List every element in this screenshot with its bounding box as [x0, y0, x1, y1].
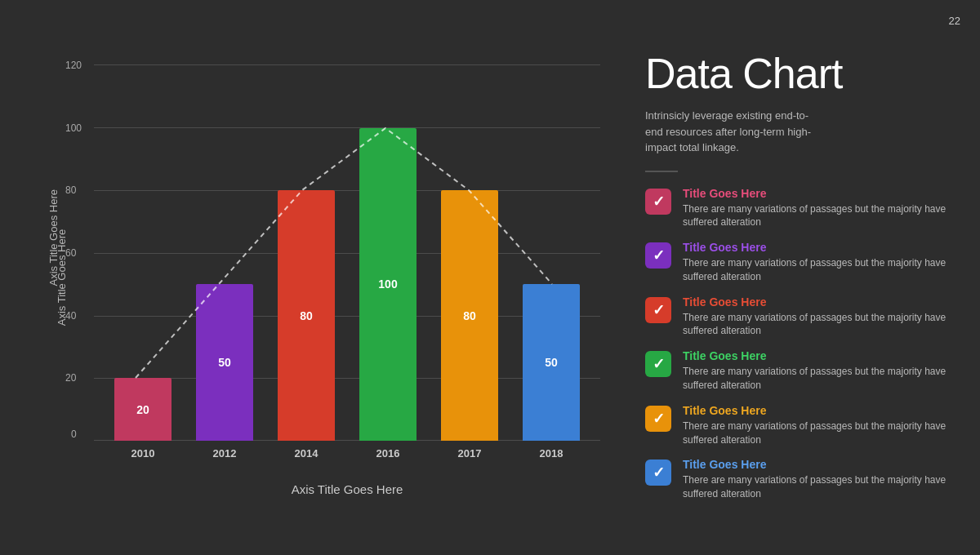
bar-2016: 100 — [359, 128, 416, 441]
legend-text-3: Title Goes Here There are many variation… — [683, 295, 956, 339]
legend-icon-2: ✓ — [645, 242, 671, 269]
legend-text-4: Title Goes Here There are many variation… — [683, 349, 956, 393]
bar-label-2016: 100 — [378, 278, 397, 291]
legend-item-1: ✓ Title Goes Here There are many variati… — [645, 187, 956, 230]
legend-title-4: Title Goes Here — [683, 349, 956, 362]
grid-label-20: 20 — [65, 372, 76, 384]
chart-canvas: 120 100 80 60 40 20 0 20 — [94, 65, 600, 441]
slide: 22 Axis Title Goes Here 120 100 80 60 40… — [0, 0, 980, 555]
subtitle: Intrinsicly leverage existing end-to-end… — [645, 108, 825, 156]
checkmark-6: ✓ — [653, 464, 665, 482]
legend-desc-1: There are many variations of passages bu… — [683, 202, 956, 230]
legend-desc-3: There are many variations of passages bu… — [683, 311, 956, 339]
legend-item-3: ✓ Title Goes Here There are many variati… — [645, 295, 956, 339]
grid-label-100: 100 — [65, 122, 82, 134]
x-label-2016: 2016 — [359, 447, 416, 460]
legend-title-1: Title Goes Here — [683, 187, 956, 200]
bar-2012: 50 — [196, 284, 253, 441]
x-label-2012: 2012 — [196, 447, 253, 460]
y-axis-title-text: Axis Title Goes Here — [47, 189, 60, 286]
y-axis-title-label: Axis Title Goes Here — [47, 286, 60, 286]
x-label-2010: 2010 — [114, 447, 172, 460]
chart-inner: 120 100 80 60 40 20 0 20 — [94, 65, 600, 473]
legend-icon-3: ✓ — [645, 297, 671, 323]
divider — [645, 171, 678, 172]
bar-label-2018: 50 — [545, 356, 558, 369]
bar-group-2012: 50 — [196, 284, 253, 441]
bar-2010: 20 — [114, 378, 172, 441]
legend-item-5: ✓ Title Goes Here There are many variati… — [645, 404, 956, 447]
bar-group-2014: 80 — [278, 190, 335, 441]
legend-icon-6: ✓ — [645, 460, 671, 486]
legend-item-2: ✓ Title Goes Here There are many variati… — [645, 241, 956, 284]
legend-desc-4: There are many variations of passages bu… — [683, 365, 956, 393]
legend-title-5: Title Goes Here — [683, 404, 956, 417]
x-label-2014: 2014 — [278, 447, 335, 460]
page-number: 22 — [949, 15, 960, 27]
right-panel: Data Chart Intrinsicly leverage existing… — [645, 49, 956, 513]
grid-label-40: 40 — [65, 310, 76, 322]
checkmark-5: ✓ — [653, 410, 665, 428]
grid-label-120: 120 — [65, 60, 82, 71]
legend-desc-6: There are many variations of passages bu… — [683, 473, 956, 501]
grid-label-80: 80 — [65, 184, 76, 196]
bar-label-2012: 50 — [218, 356, 231, 369]
chart-area: Axis Title Goes Here 120 100 80 60 40 20… — [49, 49, 612, 522]
main-title: Data Chart — [645, 49, 956, 98]
legend-text-1: Title Goes Here There are many variation… — [683, 187, 956, 230]
legend-text-6: Title Goes Here There are many variation… — [683, 458, 956, 501]
checkmark-2: ✓ — [653, 246, 665, 264]
bar-label-2017: 80 — [463, 309, 476, 322]
checkmark-3: ✓ — [653, 301, 665, 319]
legend-title-6: Title Goes Here — [683, 458, 956, 471]
bars-container: 20 50 80 10 — [94, 65, 600, 441]
bar-2014: 80 — [278, 190, 335, 441]
x-label-2018: 2018 — [523, 447, 580, 460]
bar-group-2017: 80 — [441, 190, 498, 441]
legend-item-4: ✓ Title Goes Here There are many variati… — [645, 349, 956, 393]
bar-label-2014: 80 — [300, 309, 313, 322]
legend-desc-2: There are many variations of passages bu… — [683, 256, 956, 284]
bar-group-2016: 100 — [359, 128, 416, 441]
legend-desc-5: There are many variations of passages bu… — [683, 420, 956, 447]
legend-title-3: Title Goes Here — [683, 295, 956, 309]
bar-group-2018: 50 — [523, 284, 580, 441]
checkmark-1: ✓ — [653, 193, 665, 211]
legend-icon-1: ✓ — [645, 189, 671, 215]
grid-label-0: 0 — [71, 428, 77, 440]
bar-group-2010: 20 — [114, 378, 172, 441]
legend-text-2: Title Goes Here There are many variation… — [683, 241, 956, 284]
legend-icon-4: ✓ — [645, 351, 671, 377]
bar-label-2010: 20 — [136, 403, 149, 416]
legend-title-2: Title Goes Here — [683, 241, 956, 254]
x-axis-labels: 2010 2012 2014 2016 2017 2018 — [94, 447, 600, 460]
legend-icon-5: ✓ — [645, 406, 671, 432]
x-label-2017: 2017 — [441, 447, 498, 460]
x-axis-title: Axis Title Goes Here — [94, 482, 600, 496]
bar-2017: 80 — [441, 190, 498, 441]
legend-item-6: ✓ Title Goes Here There are many variati… — [645, 458, 956, 501]
legend-text-5: Title Goes Here There are many variation… — [683, 404, 956, 447]
checkmark-4: ✓ — [653, 355, 665, 373]
bar-2018: 50 — [523, 284, 580, 441]
grid-label-60: 60 — [65, 247, 76, 259]
